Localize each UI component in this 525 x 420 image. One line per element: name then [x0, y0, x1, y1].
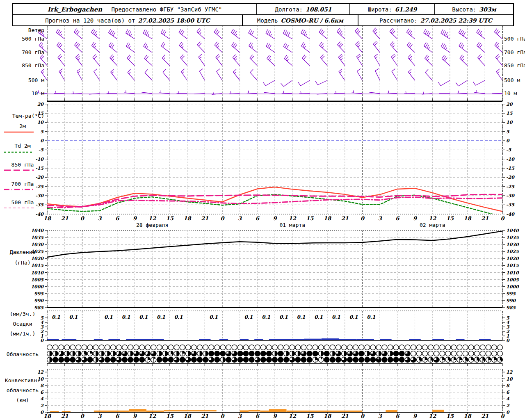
longitude-value: 108.051	[306, 6, 331, 13]
svg-text:21: 21	[201, 215, 208, 221]
svg-text:0: 0	[506, 138, 510, 144]
model-label: Модель	[257, 17, 278, 24]
latitude-value: 61.249	[395, 6, 417, 13]
svg-text:20: 20	[37, 102, 44, 107]
svg-text:-5: -5	[506, 147, 512, 153]
svg-text:1010: 1010	[506, 270, 519, 276]
svg-text:12: 12	[429, 215, 436, 221]
conv-panel-title-2: облачность	[1, 388, 44, 393]
svg-text:02 марта: 02 марта	[420, 222, 445, 228]
svg-text:9: 9	[413, 215, 418, 221]
wind-level-500m-right: 500 м	[504, 78, 525, 83]
provider: Предоставлено ФГБУ "ЗапСиб УГМС"	[112, 6, 222, 13]
svg-text:0: 0	[220, 215, 225, 221]
precip-panel-title: Осадки	[1, 321, 44, 327]
svg-text:1015: 1015	[506, 263, 519, 268]
svg-text:5: 5	[40, 129, 44, 135]
precip-units-3h: (мм/3ч.)	[1, 311, 44, 317]
wind-level-700hpa-right: 700 гПа	[504, 50, 525, 55]
legend-td2m-label: Td 2м	[1, 143, 44, 149]
wind-level-500m-left: 500 м	[1, 78, 44, 83]
svg-text:18: 18	[183, 413, 192, 419]
legend-500hpa-label: 500 гПа	[1, 200, 44, 205]
svg-text:10: 10	[506, 120, 513, 125]
svg-text:0: 0	[361, 413, 365, 419]
wind-level-500hpa-right: 500 гПа	[504, 36, 525, 42]
svg-text:18: 18	[324, 215, 332, 221]
svg-text:18: 18	[43, 413, 52, 419]
svg-text:985: 985	[506, 305, 516, 310]
svg-text:1000: 1000	[506, 284, 519, 290]
svg-text:0.1: 0.1	[174, 314, 183, 320]
svg-text:990: 990	[34, 298, 44, 304]
pressure-panel-title: Давление	[1, 249, 44, 255]
station-name: Irk_Erbogachen	[48, 6, 102, 13]
svg-text:6: 6	[395, 215, 400, 221]
svg-text:0.1: 0.1	[332, 314, 340, 320]
svg-text:0: 0	[506, 410, 510, 415]
svg-text:4: 4	[506, 396, 509, 402]
svg-text:9: 9	[273, 215, 277, 221]
station-cell: Irk_Erbogachen – Предоставлено ФГБУ "Зап…	[13, 4, 256, 14]
svg-text:0.1: 0.1	[104, 314, 113, 320]
calc-time: 27.02.2025 22:39 UTC	[420, 17, 492, 24]
wind-level-10m-left: 10 м	[1, 91, 44, 96]
svg-text:985: 985	[34, 305, 44, 310]
svg-text:995: 995	[34, 291, 44, 297]
svg-text:3: 3	[98, 215, 102, 221]
temp-panel-title: Тем-ра(°C)	[1, 113, 44, 119]
svg-text:0.1: 0.1	[297, 314, 306, 320]
svg-text:6: 6	[115, 215, 120, 221]
svg-text:-25: -25	[506, 184, 515, 189]
svg-text:1005: 1005	[31, 277, 44, 283]
svg-text:-15: -15	[506, 166, 515, 171]
longitude-label: Долгота:	[275, 6, 303, 13]
svg-text:0: 0	[40, 410, 44, 415]
wind-level-700hpa-left: 700 гПа	[1, 50, 44, 55]
svg-text:0: 0	[80, 413, 85, 419]
svg-text:0: 0	[40, 338, 44, 343]
pressure-panel-units: (гПа)	[1, 260, 44, 266]
svg-text:0.1: 0.1	[69, 314, 78, 320]
svg-text:6: 6	[506, 390, 510, 395]
header-row-2: Прогноз на 120 часа(ов) от 27.02.2025 18…	[13, 14, 513, 25]
svg-text:0.1: 0.1	[157, 314, 165, 320]
svg-text:0: 0	[506, 338, 510, 343]
svg-text:-30: -30	[506, 193, 515, 199]
svg-text:15: 15	[166, 215, 174, 221]
svg-text:1025: 1025	[506, 249, 519, 254]
forecast-time: 27.02.2025 18:00 UTC	[138, 17, 210, 24]
cloud-panel-title: Облачность	[1, 352, 44, 357]
forecast-label: Прогноз на 120 часа(ов) от	[45, 17, 135, 24]
svg-text:21: 21	[61, 215, 68, 221]
svg-text:15: 15	[306, 215, 314, 221]
svg-text:-40: -40	[35, 212, 44, 217]
svg-text:1020: 1020	[506, 256, 519, 261]
svg-text:21: 21	[341, 215, 349, 221]
svg-text:12: 12	[289, 215, 297, 221]
svg-text:18: 18	[324, 413, 332, 419]
svg-text:0.1: 0.1	[122, 314, 130, 320]
svg-text:0: 0	[500, 215, 505, 221]
calc-cell: Рассчитано: 27.02.2025 22:39 UTC	[358, 15, 513, 25]
latitude-cell: Широта: 61.249	[349, 4, 434, 14]
svg-text:6: 6	[115, 413, 120, 419]
svg-text:1040: 1040	[506, 228, 519, 233]
altitude-cell: Высота: 303м	[434, 4, 513, 14]
calc-label: Рассчитано:	[379, 17, 418, 24]
svg-text:990: 990	[506, 298, 516, 304]
model-cell: Модель COSMO-RU / 6.6км	[242, 15, 358, 25]
forecast-cell: Прогноз на 120 часа(ов) от 27.02.2025 18…	[13, 15, 242, 25]
legend-t2m-label: 2м	[1, 123, 44, 129]
svg-text:0: 0	[80, 215, 85, 221]
svg-text:995: 995	[506, 291, 516, 297]
wind-level-500hpa-left: 500 гПа	[1, 36, 44, 42]
svg-text:1035: 1035	[31, 235, 44, 240]
legend-700hpa-label: 700 гПа	[1, 181, 44, 187]
svg-text:0.1: 0.1	[262, 314, 270, 320]
meteogram-chart: 2020151510105500-5-5-10-10-15-15-20-20-2…	[0, 0, 525, 420]
wind-level-10m-right: 10 м	[504, 91, 525, 96]
svg-text:01 марта: 01 марта	[279, 222, 305, 228]
precip-units-1h: (мм/1ч.)	[1, 331, 44, 337]
separator: –	[105, 6, 108, 13]
